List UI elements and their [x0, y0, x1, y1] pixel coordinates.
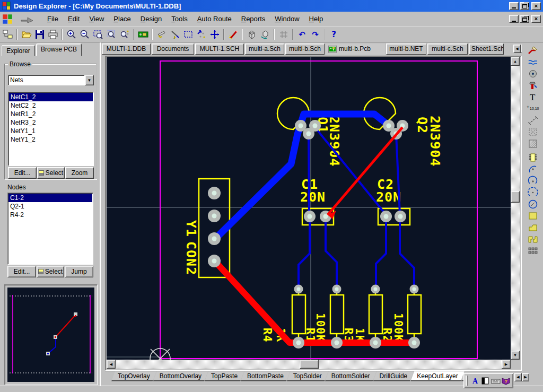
zoom-in-icon[interactable] — [65, 28, 78, 41]
toggle-grid-icon[interactable] — [277, 28, 290, 41]
layer-tab-bottompaste[interactable]: BottomPaste — [241, 371, 290, 381]
layer-tab-bottomoverlay[interactable]: BottomOverlay — [153, 371, 208, 381]
place-room-icon[interactable] — [526, 126, 540, 137]
doc-tab-multi1-ddb[interactable]: MULTI-1.DDB — [102, 43, 151, 55]
layer-tab-toppaste[interactable]: TopPaste — [205, 371, 244, 381]
place-circle-icon[interactable] — [526, 198, 540, 210]
keyboard-icon[interactable] — [491, 376, 501, 386]
mdi-minimize-button[interactable] — [509, 15, 519, 23]
place-track-icon[interactable] — [526, 45, 540, 56]
wizard-icon[interactable] — [226, 28, 240, 41]
doc-tab-multi-b-net[interactable]: multi-b.NET — [386, 43, 426, 55]
mdi-close-button[interactable]: × — [531, 15, 541, 23]
mdi-restore-button[interactable] — [520, 15, 529, 23]
menu-design[interactable]: Design — [136, 13, 167, 24]
doc-tab-multi-c-sch[interactable]: multi-c.Sch — [427, 43, 468, 55]
list-item[interactable]: NetR1_2 — [9, 110, 93, 118]
doc-tab-sheet1-sch[interactable]: Sheet1.Sch — [469, 43, 504, 55]
node-list[interactable]: C1-2 Q2-1 R4-2 — [7, 193, 93, 265]
net-zoom-button[interactable]: Zoom — [65, 167, 94, 179]
place-via-icon[interactable] — [526, 80, 540, 91]
toolbar-grip-handle[interactable] — [466, 376, 468, 386]
list-item[interactable]: NetC1_2 — [9, 93, 93, 101]
list-item[interactable]: NetC2_2 — [9, 101, 93, 110]
doc-tab-multi-a-sch[interactable]: multi-a.Sch — [245, 43, 284, 55]
minimize-button[interactable] — [509, 2, 519, 10]
open-document-icon[interactable] — [20, 28, 33, 41]
zoom-selection-icon[interactable] — [118, 28, 131, 41]
redo-icon[interactable]: ↷ — [309, 28, 322, 41]
board-preview-thumbnail[interactable] — [7, 288, 94, 382]
browse-mode-combo[interactable]: Nets ▼ — [8, 75, 94, 85]
place-dimension-icon[interactable] — [526, 115, 540, 126]
menu-edit[interactable]: Edit — [63, 13, 84, 24]
menu-place[interactable]: Place — [109, 13, 136, 24]
combo-dropdown-icon[interactable]: ▼ — [85, 75, 94, 85]
place-coordinate-icon[interactable]: +10,10 — [526, 103, 540, 114]
explorer-panel-toggle-icon[interactable] — [1, 28, 14, 41]
menu-auto-route[interactable]: Auto Route — [192, 13, 237, 24]
print-icon[interactable] — [46, 28, 59, 41]
place-arc-center-icon[interactable] — [526, 175, 540, 186]
menu-reports[interactable]: Reports — [237, 13, 270, 24]
navigate-arrow-icon[interactable] — [20, 15, 34, 23]
restore-button[interactable] — [520, 2, 529, 10]
scroll-up-icon[interactable]: ▲ — [511, 57, 520, 66]
doc-tab-multi-b-pcb[interactable]: multi-b.Pcb — [326, 43, 385, 55]
net-list[interactable]: NetC1_2 NetC2_2 NetR1_2 NetR3_2 NetY1_1 … — [8, 92, 94, 166]
close-button[interactable]: × — [531, 2, 541, 10]
floating-mini-toolbar[interactable]: A ? — [463, 373, 513, 388]
title-bar[interactable]: Design Explorer - [C:\My Documents\MULTI… — [0, 0, 543, 12]
help-book-icon[interactable]: ? — [501, 376, 511, 386]
layer-tab-keepoutlayer[interactable]: KeepOutLayer — [410, 371, 464, 381]
doc-tab-documents[interactable]: Documents — [152, 43, 194, 55]
menu-tools[interactable]: Tools — [167, 13, 192, 24]
undo-icon[interactable]: ↶ — [295, 28, 309, 41]
doc-tab-multi-b-sch[interactable]: multi-b.Sch — [285, 43, 325, 55]
save-icon[interactable] — [33, 28, 46, 41]
scroll-right-icon[interactable]: ▶ — [502, 360, 511, 369]
cross-probe-icon[interactable] — [208, 28, 221, 41]
board-preview[interactable] — [4, 284, 98, 385]
browse-mode-value[interactable]: Nets — [8, 75, 85, 85]
menu-help[interactable]: Help — [304, 13, 328, 24]
scroll-left-icon[interactable]: ◀ — [107, 360, 116, 369]
layer-tab-scroll-left-icon[interactable]: ◀ — [514, 373, 522, 381]
place-split-plane-icon[interactable] — [526, 233, 540, 245]
menu-window[interactable]: Window — [270, 13, 304, 24]
vertical-scroll-thumb[interactable] — [511, 191, 520, 203]
layer-tab-topoverlay[interactable]: TopOverlay — [111, 371, 156, 381]
place-arc-edge-icon[interactable] — [526, 163, 540, 175]
place-component-icon[interactable] — [526, 152, 540, 163]
menu-view[interactable]: View — [84, 13, 109, 24]
layer-tab-bottomsolder[interactable]: BottomSolder — [325, 371, 376, 381]
paste-array-icon[interactable] — [526, 245, 540, 256]
browse-components-icon[interactable] — [136, 28, 150, 41]
zoom-out-icon[interactable] — [78, 28, 91, 41]
move-selection-icon[interactable] — [195, 28, 208, 41]
horizontal-scroll-thumb[interactable] — [300, 360, 319, 369]
place-string-icon[interactable]: T — [526, 91, 540, 102]
place-fill-icon[interactable] — [526, 210, 540, 221]
panels-toggle-icon[interactable] — [480, 376, 491, 386]
list-item[interactable]: Q2-1 — [8, 202, 92, 211]
layer-tab-scroll-right-icon[interactable]: ▶ — [522, 373, 529, 381]
menu-file[interactable]: File — [42, 13, 63, 24]
pcb-canvas[interactable]: C1 20N C2 20N Q1 2N3904 Q2 2N3904 Y1 CON… — [107, 57, 511, 360]
scroll-down-icon[interactable]: ▼ — [511, 351, 520, 360]
text-tool-icon[interactable]: A — [470, 376, 480, 386]
help-icon[interactable]: ? — [327, 28, 340, 41]
place-arc-angle-icon[interactable] — [526, 187, 540, 198]
tab-explorer[interactable]: Explorer — [2, 45, 35, 56]
zoom-window-icon[interactable] — [91, 28, 104, 41]
list-item[interactable]: C1-2 — [8, 194, 92, 202]
layer-tab-drillguide[interactable]: DrillGuide — [373, 371, 414, 381]
layer-tab-topsolder[interactable]: TopSolder — [287, 371, 328, 381]
vertical-scrollbar[interactable]: ▲ ▼ — [511, 57, 520, 360]
net-select-button[interactable]: Select — [37, 167, 65, 179]
place-bus-icon[interactable] — [526, 56, 540, 67]
place-polygon-pour-icon[interactable] — [526, 222, 540, 233]
list-item[interactable]: NetY1_1 — [9, 127, 93, 135]
3d-rotate-icon[interactable] — [258, 28, 272, 41]
3d-view-icon[interactable] — [245, 28, 258, 41]
